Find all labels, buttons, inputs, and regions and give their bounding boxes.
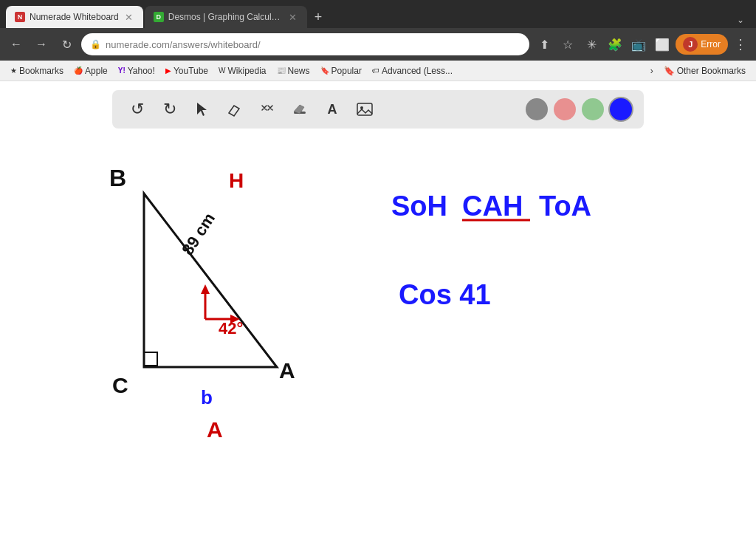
tab-numerade-title: Numerade Whiteboard: [30, 12, 119, 22]
pen-button[interactable]: [286, 96, 313, 123]
bookmark-label: News: [288, 66, 310, 76]
right-angle-mark: [144, 352, 157, 366]
color-pink[interactable]: [554, 98, 576, 120]
nav-actions: ⬆ ☆ ✳ 🧩 📺 ⬜ J Error ⋮: [534, 34, 750, 55]
desmos-tab-icon: D: [154, 12, 164, 22]
bookmark-yahoo[interactable]: Y! Yahoo!: [114, 64, 159, 78]
apple-icon: 🍎: [74, 66, 83, 75]
bookmark-popular[interactable]: 🔖 Popular: [316, 64, 366, 78]
bookmark-bookmarks[interactable]: ★ Bookmarks: [6, 64, 68, 78]
toa-label: ToA: [539, 191, 591, 222]
tab-desmos[interactable]: D Desmos | Graphing Calculat... ✕: [145, 6, 307, 28]
yahoo-icon: Y!: [118, 66, 126, 75]
redo-button[interactable]: ↻: [157, 96, 183, 123]
profile-button[interactable]: J Error: [676, 34, 728, 55]
tab-numerade-close[interactable]: ✕: [123, 12, 134, 23]
share-button[interactable]: ⬆: [534, 34, 554, 55]
youtube-icon: ▶: [165, 66, 171, 75]
bookmarks-more-button[interactable]: ›: [646, 64, 658, 78]
label-a-vertex: A: [279, 358, 295, 383]
cos41-label: Cos 41: [399, 279, 491, 310]
image-button[interactable]: [351, 96, 378, 123]
undo-button[interactable]: ↺: [124, 96, 151, 123]
url-text: numerade.com/answers/whiteboard/: [106, 39, 520, 50]
label-h: H: [229, 169, 244, 192]
color-green[interactable]: [582, 98, 604, 120]
label-b: B: [109, 165, 126, 191]
bookmarks-bar: ★ Bookmarks 🍎 Apple Y! Yahoo! ▶ YouTube …: [0, 61, 756, 81]
bookmark-label: Bookmarks: [19, 66, 63, 76]
bookmark-label: Apple: [85, 66, 108, 76]
canvas-svg[interactable]: B C A 89 cm H 42° b A SoH CAH ToA: [0, 142, 756, 511]
label-b-side: b: [201, 386, 213, 408]
tab-desmos-close[interactable]: ✕: [287, 12, 298, 23]
extension2-button[interactable]: 🧩: [605, 34, 625, 55]
arrow-up-head: [201, 284, 210, 294]
color-blue[interactable]: [610, 98, 632, 120]
extension1-button[interactable]: ✳: [581, 34, 602, 55]
hypotenuse-label: 89 cm: [178, 210, 219, 258]
bookmark-apple[interactable]: 🍎 Apple: [69, 64, 112, 78]
new-tab-button[interactable]: +: [309, 7, 329, 28]
wikipedia-icon: W: [219, 66, 225, 75]
back-button[interactable]: ←: [6, 34, 27, 55]
tab-desmos-title: Desmos | Graphing Calculat...: [168, 12, 283, 22]
bookmark-label: Advanced (Less...: [382, 66, 453, 76]
bookmark-button[interactable]: ☆: [557, 34, 578, 55]
other-bookmarks-icon: 🔖: [664, 66, 675, 76]
soh-label: SoH: [391, 191, 447, 222]
more-options-button[interactable]: ⋮: [731, 35, 750, 54]
other-bookmarks-label: Other Bookmarks: [677, 66, 746, 76]
address-bar[interactable]: 🔒 numerade.com/answers/whiteboard/: [81, 33, 529, 55]
nav-bar: ← → ↻ 🔒 numerade.com/answers/whiteboard/…: [0, 28, 756, 61]
popular-icon: 🔖: [320, 66, 329, 75]
profile-error-label: Error: [701, 39, 721, 49]
browser-chrome: N Numerade Whiteboard ✕ D Desmos | Graph…: [0, 0, 756, 81]
bookmark-label: Yahoo!: [128, 66, 155, 76]
tools-button[interactable]: [254, 96, 281, 123]
bookmark-news[interactable]: 📰 News: [272, 64, 315, 78]
bookmark-label: YouTube: [173, 66, 208, 76]
select-button[interactable]: [189, 96, 216, 123]
bookmark-label: Wikipedia: [228, 66, 267, 76]
tab-overflow-button[interactable]: ⌄: [731, 12, 750, 28]
tab-numerade[interactable]: N Numerade Whiteboard ✕: [6, 6, 143, 28]
whiteboard-area: ↺ ↻ A B: [0, 90, 756, 548]
bookmark-label: Popular: [331, 66, 362, 76]
advanced-icon: 🏷: [372, 66, 379, 75]
eraser-button[interactable]: [221, 96, 248, 123]
other-bookmarks[interactable]: 🔖 Other Bookmarks: [659, 64, 750, 78]
tab-bar: N Numerade Whiteboard ✕ D Desmos | Graph…: [0, 0, 756, 28]
text-button[interactable]: A: [319, 96, 346, 123]
label-a-angle: A: [207, 417, 223, 442]
window-button[interactable]: ⬜: [652, 34, 673, 55]
profile-avatar: J: [683, 37, 698, 52]
whiteboard-toolbar: ↺ ↻ A: [112, 90, 644, 129]
cast-button[interactable]: 📺: [628, 34, 649, 55]
bookmark-wikipedia[interactable]: W Wikipedia: [214, 64, 270, 78]
forward-button[interactable]: →: [31, 34, 52, 55]
news-icon: 📰: [277, 66, 286, 75]
label-c: C: [112, 373, 128, 397]
numerade-tab-icon: N: [15, 12, 25, 22]
svg-rect-1: [357, 103, 372, 115]
bookmark-advanced[interactable]: 🏷 Advanced (Less...: [368, 64, 457, 78]
cah-label: CAH: [462, 191, 523, 222]
reload-button[interactable]: ↻: [56, 34, 77, 55]
color-gray[interactable]: [526, 98, 548, 120]
angle-label: 42°: [219, 319, 243, 338]
star-icon: ★: [10, 66, 17, 75]
bookmark-youtube[interactable]: ▶ YouTube: [161, 64, 213, 78]
lock-icon: 🔒: [90, 39, 101, 49]
